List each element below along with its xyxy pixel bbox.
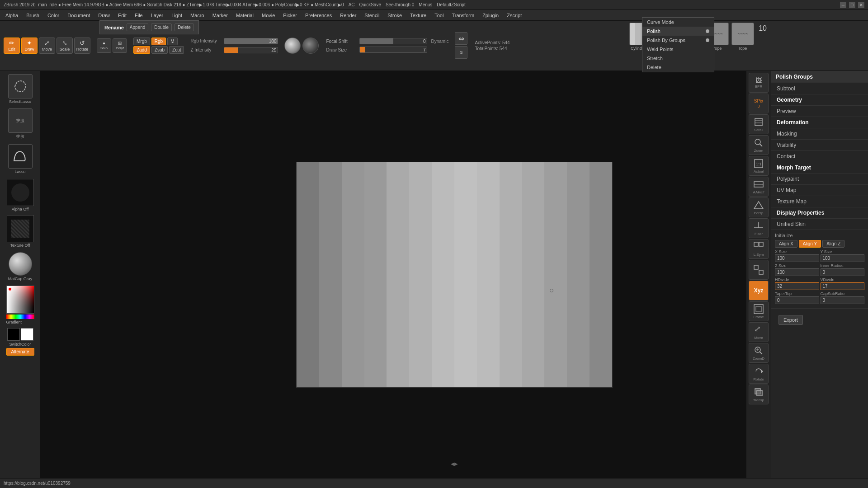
- black-swatch[interactable]: [7, 328, 20, 341]
- rp-masking[interactable]: Masking: [771, 128, 868, 140]
- menu-stroke[interactable]: Stroke: [384, 12, 406, 19]
- hdivide-input[interactable]: [775, 282, 819, 290]
- matcap-ball[interactable]: [9, 252, 32, 276]
- cap-sub-ratio-input[interactable]: [821, 296, 865, 304]
- rgb-button[interactable]: Rgb: [151, 38, 166, 45]
- lsym-icon[interactable]: L.Sym: [749, 239, 769, 259]
- curve-mode-item[interactable]: Curve Mode: [642, 18, 714, 27]
- menu-macro[interactable]: Macro: [187, 12, 208, 19]
- menu-tool[interactable]: Tool: [431, 12, 447, 19]
- menu-stencil[interactable]: Stencil: [361, 12, 383, 19]
- delete-dropdown-item[interactable]: Delete: [642, 63, 714, 72]
- menu-zscript[interactable]: Zscript: [503, 12, 525, 19]
- defaultscript-btn[interactable]: DefaultZScript: [437, 2, 465, 7]
- s-button[interactable]: S: [455, 46, 467, 59]
- stretch-item[interactable]: Stretch: [642, 54, 714, 63]
- double-button[interactable]: Double: [151, 23, 172, 31]
- menu-draw[interactable]: Draw: [94, 12, 113, 19]
- inner-radius-input[interactable]: [821, 268, 865, 276]
- aahalf-icon[interactable]: AAHalf: [749, 177, 769, 197]
- edit-tool-button[interactable]: ✏ Edit: [4, 38, 20, 54]
- menu-render[interactable]: Render: [336, 12, 360, 19]
- rp-preview[interactable]: Preview: [771, 106, 868, 117]
- menu-document[interactable]: Document: [64, 12, 94, 19]
- menu-brush[interactable]: Brush: [23, 12, 43, 19]
- zcut-button[interactable]: Zcut: [169, 46, 184, 54]
- spix-icon[interactable]: SPix Align Y 3: [749, 94, 769, 113]
- rp-contact[interactable]: Contact: [771, 151, 868, 162]
- weld-points-item[interactable]: Weld Points: [642, 45, 714, 54]
- alpha-off-preview[interactable]: [7, 179, 34, 206]
- seethrough-btn[interactable]: See-through 0: [386, 2, 414, 7]
- symmetry-icon[interactable]: ⇔: [455, 32, 467, 45]
- rp-deformation[interactable]: Deformation: [771, 117, 868, 128]
- draw-size-slider[interactable]: 7: [359, 47, 427, 53]
- floor-icon[interactable]: Floor: [749, 218, 769, 238]
- zoomd-icon[interactable]: ZoomD: [749, 343, 769, 363]
- m-button[interactable]: M: [167, 38, 177, 45]
- color-gradient-picker[interactable]: [6, 286, 34, 314]
- lasso-shape-brush[interactable]: Lasso: [5, 143, 36, 175]
- rp-geometry[interactable]: Geometry: [771, 94, 868, 106]
- menu-picker[interactable]: Picker: [279, 12, 301, 19]
- solo-button[interactable]: ● Solo: [97, 38, 111, 53]
- frame-icon[interactable]: Frame: [749, 301, 769, 321]
- move-icon[interactable]: ⤢ Move: [749, 322, 769, 342]
- bpr-icon[interactable]: 🖼 BPR: [749, 73, 769, 93]
- polyf-button[interactable]: ⊞ Polyf: [113, 38, 127, 53]
- menu-material[interactable]: Material: [232, 12, 257, 19]
- menu-file[interactable]: File: [131, 12, 146, 19]
- polish-by-groups-item[interactable]: Polish By Groups: [642, 36, 714, 45]
- mrgb-button[interactable]: Mrgb: [133, 38, 150, 45]
- draw-tool-button[interactable]: ✦ Draw: [21, 38, 38, 54]
- zsub-button[interactable]: Zsub: [151, 46, 168, 54]
- menu-light[interactable]: Light: [168, 12, 186, 19]
- rp-morph-target[interactable]: Morph Target: [771, 162, 868, 174]
- z-size-input[interactable]: [775, 268, 819, 276]
- scroll-icon[interactable]: Scroll: [749, 114, 769, 134]
- texture-off-preview[interactable]: [7, 215, 34, 242]
- rp-unified-skin[interactable]: Unified Skin: [771, 219, 868, 230]
- rp-subtool[interactable]: Subtool: [771, 83, 868, 94]
- menus-btn[interactable]: Menus: [419, 2, 432, 7]
- align-z-button[interactable]: Align Z: [822, 240, 844, 248]
- rp-polypaint[interactable]: Polypaint: [771, 174, 868, 185]
- menu-preferences[interactable]: Preferences: [302, 12, 335, 19]
- rp-visibility[interactable]: Visibility: [771, 140, 868, 151]
- rope-brush-2[interactable]: ~~~~ rope: [731, 23, 754, 51]
- menu-color[interactable]: Color: [44, 12, 63, 19]
- rp-uv-map[interactable]: UV Map: [771, 185, 868, 196]
- rotate3d-icon[interactable]: Rotate: [749, 364, 769, 384]
- append-button[interactable]: Append: [127, 23, 148, 31]
- localsym-icon[interactable]: [749, 260, 769, 280]
- hue-slider[interactable]: [6, 314, 34, 319]
- menu-zplugin[interactable]: Zplugin: [479, 12, 502, 19]
- material-preview[interactable]: [302, 38, 319, 54]
- z-intensity-slider[interactable]: 25: [224, 47, 278, 53]
- menu-marker[interactable]: Marker: [209, 12, 231, 19]
- quicksave-btn[interactable]: QuickSave: [359, 2, 381, 7]
- close-button[interactable]: ✕: [858, 2, 864, 8]
- align-x-button[interactable]: Align X: [775, 240, 797, 248]
- align-y-button[interactable]: Align Y: [799, 240, 821, 248]
- vdivide-input[interactable]: [821, 282, 865, 290]
- move-tool-button[interactable]: ⤢ Move: [39, 38, 55, 54]
- rotate-tool-button[interactable]: ↺ Rotate: [74, 38, 90, 54]
- y-size-input[interactable]: [821, 254, 865, 262]
- export-button[interactable]: Export: [778, 315, 803, 325]
- zadd-button[interactable]: Zadd: [133, 46, 150, 54]
- menu-texture[interactable]: Texture: [406, 12, 430, 19]
- xyz-icon[interactable]: Xyz: [749, 281, 769, 300]
- menu-transform[interactable]: Transform: [448, 12, 478, 19]
- rgb-intensity-slider[interactable]: 100: [224, 38, 278, 44]
- menu-layer[interactable]: Layer: [147, 12, 167, 19]
- viewport-3d[interactable]: [296, 162, 613, 388]
- actual-icon[interactable]: 1:1 Actual: [749, 156, 769, 176]
- matcap-preview[interactable]: [284, 38, 301, 54]
- scale-tool-button[interactable]: ⤡ Scale: [57, 38, 73, 54]
- menu-alpha[interactable]: Alpha: [2, 12, 22, 19]
- taper-top-input[interactable]: [775, 296, 819, 304]
- minimize-button[interactable]: ─: [840, 2, 846, 8]
- maximize-button[interactable]: □: [849, 2, 855, 8]
- rp-texture-map[interactable]: Texture Map: [771, 196, 868, 207]
